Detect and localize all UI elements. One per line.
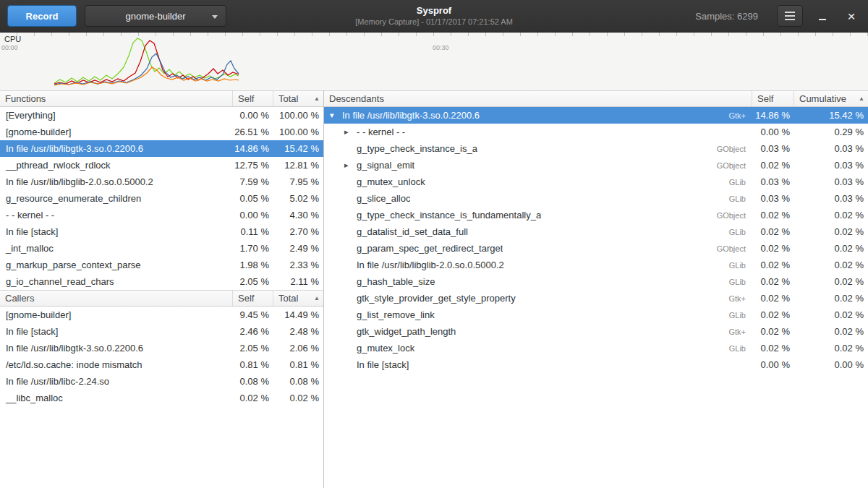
cpu-line-green bbox=[54, 38, 239, 83]
self-percent: 2.05 % bbox=[233, 276, 273, 287]
process-selector-dropdown[interactable]: gnome-builder bbox=[85, 5, 226, 27]
tree-row[interactable]: In file /usr/lib/libglib-2.0.so.0.5000.2… bbox=[324, 257, 868, 273]
function-name: g_param_spec_get_redirect_target bbox=[357, 243, 503, 254]
table-row[interactable]: g_markup_parse_context_parse 1.98 % 2.33… bbox=[0, 257, 323, 273]
function-name: gtk_widget_path_length bbox=[357, 326, 456, 337]
self-percent: 0.11 % bbox=[233, 226, 273, 237]
column-header-self[interactable]: Self bbox=[752, 91, 794, 106]
tree-row[interactable]: gtk_style_provider_get_style_property Gt… bbox=[324, 290, 868, 307]
total-percent: 2.06 % bbox=[273, 343, 323, 354]
library-badge: GLib bbox=[729, 278, 752, 286]
column-header-descendants[interactable]: Descendants bbox=[324, 91, 752, 106]
library-badge: Gtk+ bbox=[728, 328, 752, 336]
column-header-total[interactable]: ▲ Total bbox=[273, 291, 323, 306]
total-percent: 2.11 % bbox=[273, 276, 323, 287]
self-percent: 0.02 % bbox=[752, 343, 794, 354]
cpu-timeline[interactable]: CPU 00:00 00:30 bbox=[0, 33, 868, 90]
tree-row[interactable]: gtk_widget_path_length Gtk+ 0.02 % 0.02 … bbox=[324, 323, 868, 340]
tree-row[interactable]: g_mutex_unlock GLib 0.03 % 0.03 % bbox=[324, 174, 868, 190]
table-row[interactable]: In file /usr/lib/libc-2.24.so 0.08 % 0.0… bbox=[0, 373, 323, 390]
cumulative-percent: 0.02 % bbox=[794, 260, 868, 270]
tree-row[interactable]: ▸ g_signal_emit GObject 0.02 % 0.03 % bbox=[324, 157, 868, 174]
self-percent: 0.02 % bbox=[233, 393, 273, 403]
tree-row[interactable]: ▾ In file /usr/lib/libgtk-3.so.0.2200.6 … bbox=[324, 107, 868, 124]
table-row[interactable]: /etc/ld.so.cache: inode mismatch 0.81 % … bbox=[0, 356, 323, 373]
column-header-self[interactable]: Self bbox=[233, 291, 273, 306]
library-badge: Gtk+ bbox=[728, 111, 752, 120]
dropdown-caret-icon bbox=[212, 15, 218, 19]
function-name: In file /usr/lib/libglib-2.0.so.0.5000.2 bbox=[0, 176, 233, 187]
function-name: __pthread_rwlock_rdlock bbox=[0, 160, 233, 171]
column-header-self[interactable]: Self bbox=[233, 91, 273, 106]
self-percent: 1.98 % bbox=[233, 260, 273, 270]
callers-table-header: Callers Self ▲ Total bbox=[0, 290, 323, 307]
self-percent: 0.00 % bbox=[233, 110, 273, 121]
minimize-button[interactable] bbox=[813, 5, 832, 27]
cumulative-percent: 0.03 % bbox=[794, 160, 868, 171]
table-row[interactable]: In file /usr/lib/libgtk-3.so.0.2200.6 14… bbox=[0, 140, 323, 157]
tree-row[interactable]: g_param_spec_get_redirect_target GObject… bbox=[324, 240, 868, 257]
samples-count-label: Samples: 6299 bbox=[695, 11, 758, 22]
table-row[interactable]: __libc_malloc 0.02 % 0.02 % bbox=[0, 390, 323, 406]
expander-icon[interactable]: ▸ bbox=[344, 160, 357, 170]
expander-icon[interactable]: ▸ bbox=[344, 127, 357, 137]
self-percent: 0.02 % bbox=[752, 210, 794, 221]
table-row[interactable]: In file [stack] 0.11 % 2.70 % bbox=[0, 223, 323, 240]
column-header-callers[interactable]: Callers bbox=[0, 291, 233, 306]
total-percent: 7.95 % bbox=[273, 176, 323, 187]
table-row[interactable]: [gnome-builder] 9.45 % 14.49 % bbox=[0, 307, 323, 323]
table-row[interactable]: [Everything] 0.00 % 100.00 % bbox=[0, 107, 323, 124]
tree-row[interactable]: g_mutex_lock GLib 0.02 % 0.02 % bbox=[324, 340, 868, 356]
descendants-table-body: ▾ In file /usr/lib/libgtk-3.so.0.2200.6 … bbox=[324, 107, 868, 373]
table-row[interactable]: __pthread_rwlock_rdlock 12.75 % 12.81 % bbox=[0, 157, 323, 174]
self-percent: 0.05 % bbox=[233, 193, 273, 204]
tree-row[interactable]: g_hash_table_size GLib 0.02 % 0.02 % bbox=[324, 273, 868, 290]
cumulative-percent: 0.02 % bbox=[794, 326, 868, 337]
function-name: [gnome-builder] bbox=[0, 309, 233, 320]
self-percent: 0.81 % bbox=[233, 359, 273, 370]
library-badge: GObject bbox=[717, 161, 752, 170]
table-row[interactable]: g_io_channel_read_chars 2.05 % 2.11 % bbox=[0, 273, 323, 290]
function-name: g_datalist_id_set_data_full bbox=[357, 226, 468, 237]
column-header-cumulative[interactable]: ▲ Cumulative bbox=[794, 91, 868, 106]
table-row[interactable]: In file [stack] 2.46 % 2.48 % bbox=[0, 323, 323, 340]
menu-button[interactable] bbox=[777, 5, 803, 27]
self-percent: 0.00 % bbox=[752, 127, 794, 137]
tree-row[interactable]: g_type_check_instance_is_a GObject 0.03 … bbox=[324, 140, 868, 157]
library-badge: GObject bbox=[717, 244, 752, 253]
table-row[interactable]: In file /usr/lib/libglib-2.0.so.0.5000.2… bbox=[0, 174, 323, 190]
column-header-total[interactable]: ▲ Total bbox=[273, 91, 323, 106]
record-button[interactable]: Record bbox=[7, 5, 77, 27]
cumulative-percent: 15.42 % bbox=[794, 110, 868, 121]
sort-indicator-icon: ▲ bbox=[314, 91, 320, 106]
table-row[interactable]: - - kernel - - 0.00 % 4.30 % bbox=[0, 207, 323, 223]
table-row[interactable]: [gnome-builder] 26.51 % 100.00 % bbox=[0, 124, 323, 140]
library-badge: Gtk+ bbox=[728, 294, 752, 303]
process-selector-label: gnome-builder bbox=[125, 11, 185, 22]
close-button[interactable]: × bbox=[842, 5, 861, 27]
self-percent: 0.02 % bbox=[752, 226, 794, 237]
function-name: g_resource_enumerate_children bbox=[0, 193, 233, 204]
table-row[interactable]: _int_malloc 1.70 % 2.49 % bbox=[0, 240, 323, 257]
cumulative-percent: 0.03 % bbox=[794, 143, 868, 154]
table-row[interactable]: g_resource_enumerate_children 0.05 % 5.0… bbox=[0, 190, 323, 207]
cumulative-percent: 0.02 % bbox=[794, 210, 868, 221]
tree-row[interactable]: In file [stack] 0.00 % 0.00 % bbox=[324, 356, 868, 373]
total-percent: 14.49 % bbox=[273, 309, 323, 320]
total-percent: 2.70 % bbox=[273, 226, 323, 237]
library-badge: GLib bbox=[729, 228, 752, 236]
tree-row[interactable]: g_datalist_id_set_data_full GLib 0.02 % … bbox=[324, 223, 868, 240]
self-percent: 0.02 % bbox=[752, 260, 794, 270]
column-header-functions[interactable]: Functions bbox=[0, 91, 233, 106]
tree-row[interactable]: g_type_check_instance_is_fundamentally_a… bbox=[324, 207, 868, 223]
tree-row[interactable]: g_slice_alloc GLib 0.03 % 0.03 % bbox=[324, 190, 868, 207]
self-percent: 26.51 % bbox=[233, 127, 273, 137]
total-percent: 4.30 % bbox=[273, 210, 323, 221]
functions-table-body: [Everything] 0.00 % 100.00 % [gnome-buil… bbox=[0, 107, 323, 290]
table-row[interactable]: In file /usr/lib/libgtk-3.so.0.2200.6 2.… bbox=[0, 340, 323, 356]
self-percent: 14.86 % bbox=[233, 143, 273, 154]
self-percent: 0.02 % bbox=[752, 309, 794, 320]
tree-row[interactable]: g_list_remove_link GLib 0.02 % 0.02 % bbox=[324, 307, 868, 323]
expander-icon[interactable]: ▾ bbox=[330, 111, 342, 120]
tree-row[interactable]: ▸ - - kernel - - 0.00 % 0.29 % bbox=[324, 124, 868, 140]
